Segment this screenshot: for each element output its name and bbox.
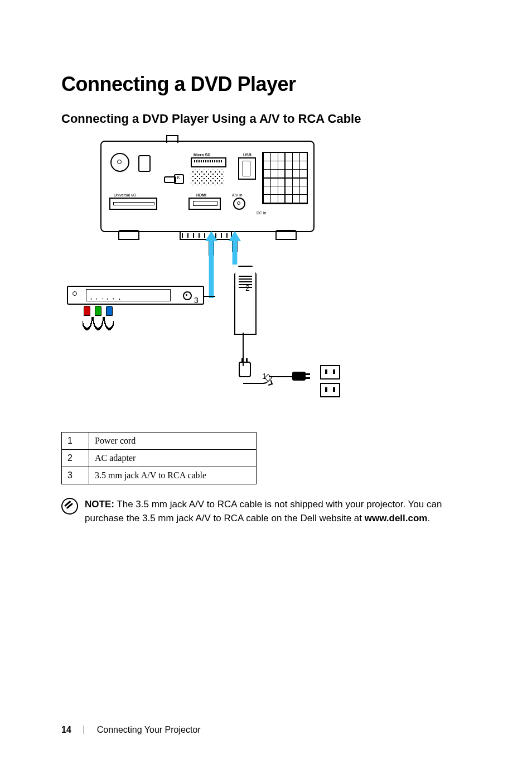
label-universal-io: Universal I/O — [114, 193, 136, 197]
dvd-player-illustration: ◂ ▸ ▪ ▸ ▾ ▴ — [67, 286, 204, 305]
page-footer: 14 Connecting Your Projector — [61, 725, 201, 735]
legend-table: 1 Power cord 2 AC adapter 3 3.5 mm jack … — [61, 432, 257, 484]
label-usb: USB — [243, 153, 252, 157]
table-row: 1 Power cord — [62, 433, 257, 450]
table-row: 3 3.5 mm jack A/V to RCA cable — [62, 467, 257, 484]
wall-outlet-icon — [320, 365, 339, 394]
usb-slot-icon — [238, 157, 256, 180]
footer-divider — [84, 725, 84, 734]
label-micro-sd: Micro SD — [194, 153, 210, 157]
legend-num: 2 — [62, 450, 89, 467]
label-hdmi: HDMI — [196, 193, 206, 197]
note-body-2: . — [428, 513, 431, 523]
connection-diagram: Micro SD USB Universal I/O HDMI A/V in D… — [67, 136, 379, 415]
hdmi-port-icon — [188, 198, 221, 210]
page-number: 14 — [61, 725, 71, 734]
speaker-grille-icon — [262, 152, 308, 204]
section-title: Connecting a DVD Player Using a A/V to R… — [61, 112, 482, 126]
callout-2: 2 — [245, 284, 250, 292]
av-in-port-icon — [233, 198, 245, 210]
note-block: NOTE: The 3.5 mm jack A/V to RCA cable i… — [61, 498, 463, 525]
lens-icon — [110, 153, 129, 172]
legend-label: 3.5 mm jack A/V to RCA cable — [89, 467, 257, 484]
universal-io-port-icon — [109, 198, 157, 210]
label-dc-in: DC in — [257, 211, 267, 215]
table-row: 2 AC adapter — [62, 450, 257, 467]
power-plug-icon — [239, 362, 251, 377]
footer-section: Connecting Your Projector — [97, 725, 201, 734]
page-title: Connecting a DVD Player — [61, 73, 482, 96]
note-lead: NOTE: — [85, 499, 114, 510]
micro-sd-slot-icon — [191, 157, 226, 167]
note-text: NOTE: The 3.5 mm jack A/V to RCA cable i… — [85, 498, 463, 525]
note-icon — [59, 496, 80, 517]
note-url: www.dell.com — [365, 513, 428, 523]
legend-num: 1 — [62, 433, 89, 450]
ac-adapter-icon — [234, 266, 257, 335]
legend-num: 3 — [62, 467, 89, 484]
label-av-in: A/V in — [232, 193, 243, 197]
callout-1: 1 — [262, 372, 267, 381]
callout-3: 3 — [194, 296, 199, 305]
mains-plug-icon — [292, 372, 306, 381]
legend-label: Power cord — [89, 433, 257, 450]
legend-label: AC adapter — [89, 450, 257, 467]
projector-illustration: Micro SD USB Universal I/O HDMI A/V in D… — [100, 141, 315, 232]
arrow-cable-3 — [205, 231, 217, 298]
rca-connectors-icon — [83, 306, 114, 331]
